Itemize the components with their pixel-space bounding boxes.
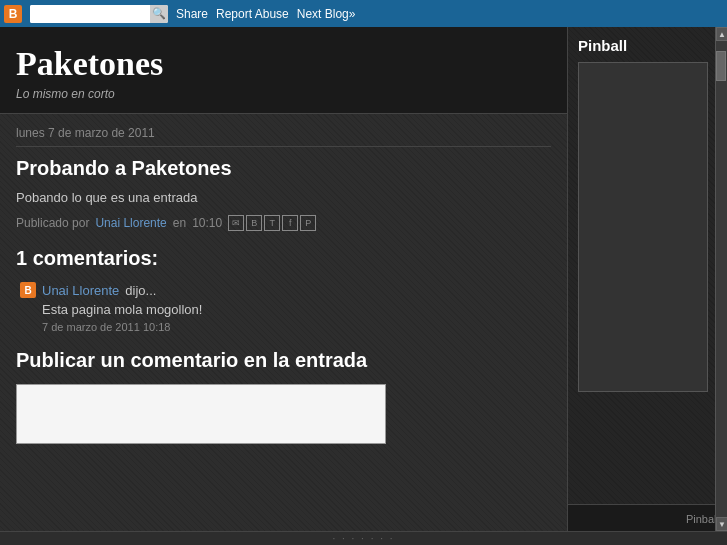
facebook-share-icon[interactable]: f: [282, 215, 298, 231]
blog-title: Paketones: [16, 45, 551, 83]
comment-item: B Unai Llorente dijo... Esta pagina mola…: [16, 282, 551, 333]
post-meta-prefix: Publicado por: [16, 216, 89, 230]
comment-avatar-letter: B: [24, 285, 31, 296]
sidebar-widget-title: Pinball: [578, 37, 717, 54]
sidebar: Pinball Pinball ▲ ▼: [567, 27, 727, 531]
blogger-logo-letter: B: [9, 7, 18, 21]
search-icon: 🔍: [152, 7, 166, 20]
search-bar: 🔍: [30, 5, 168, 23]
comment-header: B Unai Llorente dijo...: [20, 282, 551, 298]
search-button[interactable]: 🔍: [150, 5, 168, 23]
blog-share-icon[interactable]: B: [246, 215, 262, 231]
blogger-logo: B: [4, 5, 22, 23]
bottom-dots: · · · · · · ·: [332, 533, 394, 544]
post-title: Probando a Paketones: [16, 157, 551, 180]
comment-body: Esta pagina mola mogollon!: [42, 302, 551, 317]
post-author[interactable]: Unai Llorente: [95, 216, 166, 230]
comments-title: 1 comentarios:: [16, 247, 551, 270]
email-share-icon[interactable]: ✉: [228, 215, 244, 231]
comment-timestamp: 7 de marzo de 2011 10:18: [42, 321, 551, 333]
sidebar-footer: Pinball: [568, 504, 727, 531]
share-link[interactable]: Share: [176, 7, 208, 21]
post-time: 10:10: [192, 216, 222, 230]
comment-textarea[interactable]: [16, 384, 386, 444]
sidebar-content: Pinball: [568, 27, 727, 504]
share-icons: ✉ B T f P: [228, 215, 316, 231]
pinterest-share-icon[interactable]: P: [300, 215, 316, 231]
new-comment-section: Publicar un comentario en la entrada: [16, 349, 551, 448]
post-area: lunes 7 de marzo de 2011 Probando a Pake…: [0, 114, 567, 460]
comment-avatar: B: [20, 282, 36, 298]
post-meta-middle: en: [173, 216, 186, 230]
main-content: Paketones Lo mismo en corto lunes 7 de m…: [0, 27, 567, 531]
comments-section: 1 comentarios: B Unai Llorente dijo... E…: [16, 247, 551, 333]
sidebar-widget-content: [578, 62, 708, 392]
post-body: Pobando lo que es una entrada: [16, 190, 551, 205]
blog-subtitle: Lo mismo en corto: [16, 87, 551, 101]
scrollbar-down-button[interactable]: ▼: [716, 517, 727, 531]
new-comment-title: Publicar un comentario en la entrada: [16, 349, 551, 372]
scrollbar-thumb[interactable]: [716, 51, 726, 81]
search-input[interactable]: [30, 5, 150, 23]
report-abuse-link[interactable]: Report Abuse: [216, 7, 289, 21]
navbar: B 🔍 Share Report Abuse Next Blog»: [0, 0, 727, 27]
bottom-bar: · · · · · · ·: [0, 531, 727, 545]
twitter-share-icon[interactable]: T: [264, 215, 280, 231]
post-meta: Publicado por Unai Llorente en 10:10 ✉ B…: [16, 215, 551, 231]
scrollbar-up-button[interactable]: ▲: [716, 27, 727, 41]
next-blog-link[interactable]: Next Blog»: [297, 7, 356, 21]
comment-said: dijo...: [125, 283, 156, 298]
post-date: lunes 7 de marzo de 2011: [16, 126, 551, 147]
sidebar-scrollbar: ▲ ▼: [715, 27, 727, 531]
comment-author[interactable]: Unai Llorente: [42, 283, 119, 298]
scrollbar-track: [716, 41, 727, 517]
blog-header: Paketones Lo mismo en corto: [0, 27, 567, 114]
